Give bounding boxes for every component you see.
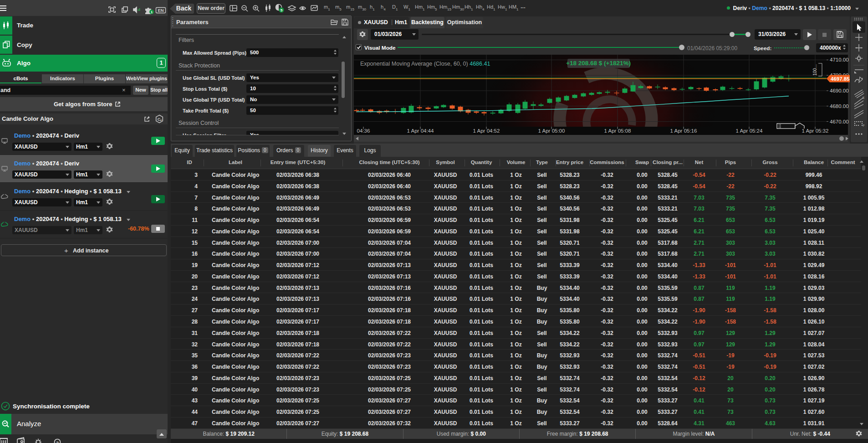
svg-text:4690.00: 4690.00	[830, 88, 849, 93]
svg-text:100...: 100...	[812, 64, 817, 76]
svg-text:4680.00: 4680.00	[830, 103, 849, 109]
svg-text:EN: EN	[158, 8, 163, 13]
svg-text:+18 208.68 $ (+1821%): +18 208.68 $ (+1821%)	[566, 60, 631, 67]
svg-text:F: F	[863, 124, 865, 127]
svg-text:4710.00: 4710.00	[830, 57, 849, 62]
svg-text:Exponential Moving Average (Cl: Exponential Moving Average (Close, 60, 0…	[360, 61, 490, 67]
svg-text:1: 1	[151, 10, 153, 14]
svg-text:4697.85: 4697.85	[831, 76, 850, 82]
svg-text:4670.00: 4670.00	[830, 119, 849, 124]
svg-text:?: ?	[56, 440, 59, 443]
svg-text:5: 5	[281, 8, 283, 12]
